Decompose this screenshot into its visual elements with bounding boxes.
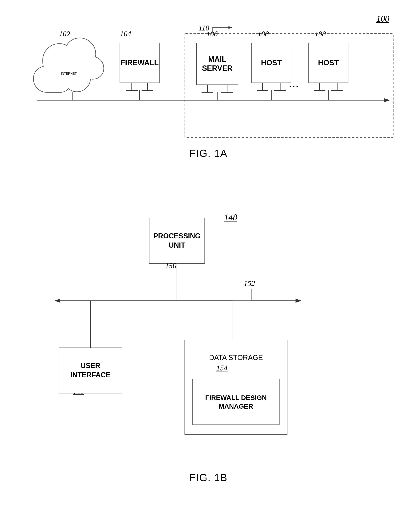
- user-interface-box: USERINTERFACE: [59, 348, 122, 393]
- host1-box: HOST: [252, 43, 291, 82]
- data-storage-text-area: DATA STORAGE: [185, 340, 287, 375]
- firewall-design-manager-label: FIREWALL DESIGNMANAGER: [205, 393, 267, 411]
- internet-box: INTERNET: [37, 59, 100, 89]
- mail-server-label: MAILSERVER: [202, 55, 232, 73]
- firewall-design-manager-box: FIREWALL DESIGNMANAGER: [193, 379, 279, 424]
- data-storage-label: DATA STORAGE: [209, 354, 263, 362]
- ref-108a: 108: [258, 30, 269, 38]
- fig1b-label: FIG. 1B: [189, 472, 227, 483]
- processing-unit-label: PROCESSINGUNIT: [153, 231, 201, 250]
- ref-100: 100: [376, 14, 389, 24]
- fig1a-label: FIG. 1A: [189, 148, 227, 159]
- internet-label: INTERNET: [61, 72, 77, 75]
- firewall-label: FIREWALL: [120, 58, 159, 67]
- fig1b-diagram: 148 150 152 156 154 160 PROCESSINGUNIT U…: [16, 206, 401, 491]
- ellipsis: ...: [289, 79, 299, 89]
- ref-102: 102: [59, 30, 70, 38]
- processing-unit-box: PROCESSINGUNIT: [150, 218, 204, 263]
- host2-box: HOST: [309, 43, 348, 82]
- host2-label: HOST: [318, 58, 339, 67]
- ref-108b: 108: [315, 30, 326, 38]
- fig1a-diagram: 100 102 104 110 106 108 108: [16, 12, 401, 165]
- ref-148: 148: [224, 212, 237, 222]
- ref-152: 152: [244, 279, 255, 288]
- page: 100 102 104 110 106 108 108: [0, 0, 420, 510]
- ref-106: 106: [206, 30, 218, 38]
- host1-label: HOST: [261, 58, 282, 67]
- firewall-box: FIREWALL: [120, 43, 159, 82]
- ref-104: 104: [120, 30, 131, 38]
- mail-server-box: MAILSERVER: [197, 43, 238, 84]
- user-interface-label: USERINTERFACE: [70, 361, 111, 380]
